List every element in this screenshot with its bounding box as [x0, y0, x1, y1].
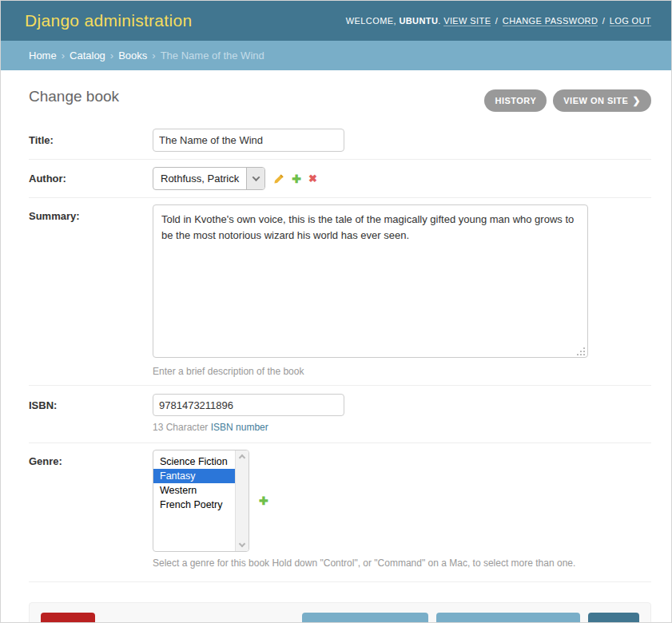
plus-icon: ✚ [292, 173, 301, 185]
username: UBUNTU [399, 16, 438, 26]
summary-label: Summary: [29, 210, 80, 222]
chevron-right-icon: ❯ [632, 96, 641, 105]
log-out-link[interactable]: LOG OUT [610, 16, 651, 26]
isbn-label: ISBN: [29, 399, 57, 411]
object-tools: HISTORY VIEW ON SITE ❯ [484, 89, 651, 112]
breadcrumb-separator: › [110, 50, 113, 62]
welcome-text: WELCOME, [346, 16, 396, 26]
page-title: Change book [29, 88, 119, 123]
isbn-help-text: 13 Character [153, 422, 211, 433]
summary-textarea[interactable]: Told in Kvothe's own voice, this is the … [153, 204, 588, 358]
breadcrumb: Home › Catalog › Books › The Name of the… [1, 41, 671, 70]
isbn-number-link[interactable]: ISBN number [211, 422, 268, 433]
breadcrumb-separator: › [152, 50, 155, 62]
genre-help-text: Select a genre for this book Hold down "… [153, 558, 575, 569]
title-label: Title: [29, 134, 54, 146]
view-site-link[interactable]: VIEW SITE [443, 16, 491, 26]
add-author-button[interactable]: ✚ [292, 173, 301, 185]
author-select[interactable]: Rothfuss, Patrick [153, 167, 265, 190]
edit-author-button[interactable] [273, 173, 284, 185]
isbn-input[interactable] [153, 394, 344, 416]
pencil-icon [273, 173, 284, 185]
history-button[interactable]: HISTORY [484, 89, 547, 112]
form-row-title: Title: [29, 123, 651, 160]
form-row-author: Author: Rothfuss, Patrick ✚ [29, 160, 651, 198]
select-dropdown-button[interactable] [246, 168, 264, 189]
genre-multiselect[interactable]: Science Fiction Fantasy Western French P… [153, 450, 249, 552]
welcome-period: . [438, 16, 440, 26]
genre-option-western[interactable]: Western [153, 483, 235, 498]
title-input[interactable] [153, 129, 344, 152]
view-on-site-label: VIEW ON SITE [563, 96, 628, 105]
delete-author-button[interactable]: ✖ [308, 173, 317, 184]
save-and-continue-editing-button[interactable]: Save and continue editing [436, 613, 580, 623]
scroll-up-icon[interactable] [239, 454, 245, 461]
user-tools: WELCOME, UBUNTU. VIEW SITE / CHANGE PASS… [346, 16, 651, 26]
change-password-link[interactable]: CHANGE PASSWORD [503, 16, 598, 26]
chevron-down-icon [252, 173, 260, 181]
form-row-genre: Genre: Science Fiction Fantasy Western F… [29, 443, 651, 582]
form-row-isbn: ISBN: 13 Character ISBN number [29, 386, 651, 443]
add-genre-button[interactable]: ✚ [259, 495, 268, 506]
breadcrumb-current: The Name of the Wind [161, 50, 264, 62]
link-separator: / [495, 16, 498, 26]
submit-row: Delete Save and add another Save and con… [29, 602, 651, 623]
scrollbar[interactable] [235, 450, 249, 551]
genre-option-french-poetry[interactable]: French Poetry [153, 498, 235, 512]
plus-icon: ✚ [259, 495, 268, 506]
delete-button[interactable]: Delete [41, 613, 95, 623]
breadcrumb-catalog[interactable]: Catalog [70, 50, 105, 62]
save-and-add-another-button[interactable]: Save and add another [302, 613, 428, 623]
genre-label: Genre: [29, 455, 62, 467]
genre-option-fantasy[interactable]: Fantasy [153, 469, 235, 483]
author-label: Author: [29, 173, 66, 185]
admin-header: Django administration WELCOME, UBUNTU. V… [1, 1, 671, 41]
content-area: Change book HISTORY VIEW ON SITE ❯ Title… [1, 70, 671, 623]
x-icon: ✖ [308, 173, 317, 184]
genre-option-science-fiction[interactable]: Science Fiction [153, 454, 235, 469]
form-row-summary: Summary: Told in Kvothe's own voice, thi… [29, 198, 651, 386]
author-selected-value: Rothfuss, Patrick [153, 168, 246, 189]
breadcrumb-separator: › [62, 50, 65, 62]
save-button[interactable]: SAVE [588, 613, 639, 623]
breadcrumb-home[interactable]: Home [29, 50, 57, 62]
view-on-site-button[interactable]: VIEW ON SITE ❯ [553, 89, 651, 112]
summary-help-text: Enter a brief description of the book [153, 366, 588, 377]
breadcrumb-books[interactable]: Books [118, 50, 147, 62]
scroll-down-icon[interactable] [239, 541, 245, 547]
site-title[interactable]: Django administration [25, 11, 192, 30]
link-separator: / [602, 16, 605, 26]
